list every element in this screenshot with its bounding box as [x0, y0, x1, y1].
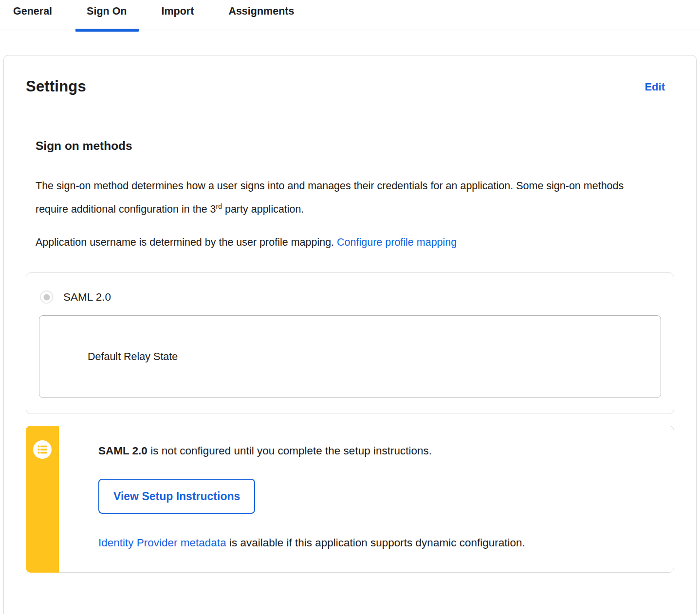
tab-import[interactable]: Import: [162, 0, 194, 30]
description-text: The sign-on method determines how a user…: [36, 180, 624, 215]
list-icon: [33, 440, 52, 459]
app-tab-bar: General Sign On Import Assignments: [0, 0, 700, 30]
setup-warning-callout: SAML 2.0 is not configured until you com…: [26, 426, 674, 573]
default-relay-state-field: Default Relay State: [39, 315, 661, 398]
configure-profile-mapping-link[interactable]: Configure profile mapping: [337, 236, 457, 248]
settings-card: Settings Edit Sign on methods The sign-o…: [3, 55, 697, 614]
tab-sign-on[interactable]: Sign On: [87, 0, 127, 30]
default-relay-state-label: Default Relay State: [88, 351, 178, 363]
saml-radio-button[interactable]: [40, 290, 53, 304]
identity-provider-metadata-link[interactable]: Identity Provider metadata: [98, 537, 226, 549]
tab-assignments[interactable]: Assignments: [228, 0, 294, 30]
settings-card-header: Settings Edit: [26, 76, 674, 95]
tab-label: Assignments: [228, 5, 294, 17]
warning-accent-bar: [26, 426, 59, 573]
metadata-text: is available if this application support…: [226, 537, 525, 549]
callout-message: SAML 2.0 is not configured until you com…: [98, 443, 654, 459]
saml-radio-row: SAML 2.0: [39, 287, 661, 304]
saml-method-box: SAML 2.0 Default Relay State: [26, 272, 674, 414]
edit-button[interactable]: Edit: [645, 81, 665, 93]
tab-general[interactable]: General: [13, 0, 52, 30]
username-mapping-line: Application username is determined by th…: [36, 233, 674, 252]
callout-content: SAML 2.0 is not configured until you com…: [59, 426, 674, 572]
sign-on-description: The sign-on method determines how a user…: [36, 174, 642, 221]
view-setup-instructions-button[interactable]: View Setup Instructions: [98, 479, 255, 514]
active-tab-indicator: [75, 29, 138, 32]
ordinal-superscript: rd: [216, 202, 222, 210]
tab-label: Sign On: [87, 5, 127, 17]
callout-message-bold: SAML 2.0: [98, 445, 147, 457]
saml-radio-label: SAML 2.0: [63, 291, 111, 304]
sign-on-methods-heading: Sign on methods: [36, 139, 674, 153]
metadata-line: Identity Provider metadata is available …: [98, 535, 654, 551]
tab-label: Import: [162, 5, 194, 17]
description-text: party application.: [222, 203, 304, 215]
username-mapping-text: Application username is determined by th…: [36, 236, 337, 248]
tab-label: General: [13, 5, 52, 17]
page-title: Settings: [26, 78, 86, 95]
callout-message-text: is not configured until you complete the…: [147, 445, 432, 457]
